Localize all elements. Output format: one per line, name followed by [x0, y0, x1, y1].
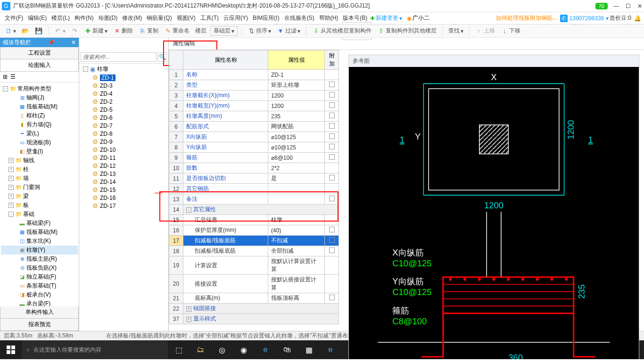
prop-row-16[interactable]: 16保护层厚度(mm)(40): [169, 225, 339, 236]
tree-sump[interactable]: ◫集水坑(K): [1, 237, 78, 246]
tree-icon[interactable]: ⊞: [3, 74, 8, 80]
tree-axis[interactable]: ⊞轴网(J): [1, 93, 78, 102]
staff-icon[interactable]: ◉广小二: [407, 14, 429, 22]
prop-row-13[interactable]: 13备注: [169, 194, 339, 205]
copy-from-button[interactable]: ⇩从其他楼层复制构件: [310, 26, 373, 36]
prop-row-2[interactable]: 2类型矩形上柱墩: [169, 80, 339, 90]
open-file-button[interactable]: 📂: [20, 26, 31, 36]
prop-row-10[interactable]: 10肢数2*2: [169, 163, 339, 173]
close-button[interactable]: ✕: [637, 3, 642, 9]
mid-item-ZD-9[interactable]: ⚙ZD-9: [80, 138, 167, 146]
tree-pilecap[interactable]: ◨桩承台(V): [1, 290, 78, 299]
mid-item-ZD-14[interactable]: ⚙ZD-14: [80, 178, 167, 186]
mid-item-ZD-3[interactable]: ⚙ZD-3: [80, 82, 167, 90]
mid-item-ZD-1[interactable]: ⚙ZD-1: [80, 74, 167, 82]
up-button[interactable]: ↑上移: [473, 26, 497, 36]
pin-icon[interactable]: 📌: [48, 39, 55, 46]
prop-row-20[interactable]: 20搭接设置按默认搭接设置计算: [169, 275, 339, 293]
floor-select[interactable]: 基础层 ▾: [210, 26, 238, 36]
tree-strip-found[interactable]: ▭条形基础(T): [1, 281, 78, 290]
find-button[interactable]: 查找 ▾: [446, 26, 465, 36]
section-draw[interactable]: 绘图输入: [0, 59, 79, 72]
new-file-button[interactable]: 🗋▾: [3, 26, 18, 36]
start-button[interactable]: [0, 340, 22, 359]
search-input[interactable]: [81, 52, 157, 62]
copy-to-button[interactable]: ⇧复制构件到其他楼层: [375, 26, 438, 36]
menu-edit[interactable]: 编辑(E): [26, 13, 49, 23]
prop-row-12[interactable]: 12其它钢筋: [169, 184, 339, 194]
tree-group-slab[interactable]: +📁板: [1, 201, 78, 210]
mid-item-ZD-13[interactable]: ⚙ZD-13: [80, 170, 167, 178]
menu-file[interactable]: 文件(F): [3, 13, 25, 23]
list-icon[interactable]: ☰: [10, 74, 16, 80]
taskbar-search[interactable]: ○在这里输入你要搜索的内容: [22, 340, 168, 359]
mid-item-ZD-17[interactable]: ⚙ZD-17: [80, 202, 167, 210]
component-tree[interactable]: -▣柱墩 ⚙ZD-1⚙ZD-3⚙ZD-4⚙ZD-2⚙ZD-5⚙ZD-6⚙ZD-7…: [79, 64, 168, 331]
prop-row-8[interactable]: 8Y向纵筋⌀10@125: [169, 142, 339, 153]
mid-item-ZD-7[interactable]: ⚙ZD-7: [80, 122, 167, 130]
tree-raft[interactable]: ▦筏板基础(M): [1, 102, 78, 111]
tree-group-col[interactable]: +📁柱: [1, 165, 78, 174]
mid-item-ZD-6[interactable]: ⚙ZD-6: [80, 114, 167, 122]
filter-button[interactable]: ▼过滤 ▾: [275, 26, 302, 36]
mid-item-ZD-10[interactable]: ⚙ZD-10: [80, 146, 167, 154]
sort-button[interactable]: ⇅排序 ▾: [246, 26, 273, 36]
mid-item-ZD-5[interactable]: ⚙ZD-5: [80, 106, 167, 114]
prop-row-5[interactable]: 5柱墩高度(mm)235: [169, 111, 339, 122]
mid-item-ZD-4[interactable]: ⚙ZD-4: [80, 90, 167, 98]
prop-row-19[interactable]: 19计算设置按默认计算设置计算: [169, 256, 339, 275]
mid-item-ZD-2[interactable]: ⚙ZD-2: [80, 98, 167, 106]
tree-group-foundation[interactable]: -📁基础: [1, 210, 78, 219]
prop-row-21[interactable]: 21底标高(m)筏板顶标高: [169, 293, 339, 304]
prop-row-9[interactable]: 9箍筋⌀8@100: [169, 153, 339, 163]
search-button[interactable]: 🔍: [157, 52, 167, 62]
undo-button[interactable]: ↶▾: [52, 26, 67, 36]
tree-group-axis[interactable]: +📁轴线: [1, 156, 78, 165]
panel-close-icon[interactable]: ✕: [71, 39, 76, 46]
prop-row-1[interactable]: 1名称ZD-1: [169, 70, 339, 80]
save-button[interactable]: 💾: [33, 26, 44, 36]
mid-root[interactable]: -▣柱墩: [80, 65, 167, 74]
mid-item-ZD-12[interactable]: ⚙ZD-12: [80, 162, 167, 170]
tree-niche[interactable]: ◧壁龛(I): [1, 147, 78, 156]
phone-display[interactable]: ✆13907298339 ▾: [560, 15, 609, 22]
prop-row-18[interactable]: 18扣减板/筏板底筋全部扣减: [169, 246, 339, 256]
new-change-button[interactable]: ✚新建变更 ▾: [370, 14, 402, 22]
rename-button[interactable]: ✎重命名: [162, 26, 191, 36]
tree-raft-main[interactable]: ⊕筏板主筋(R): [1, 255, 78, 263]
section-report[interactable]: 报表预览: [0, 319, 79, 331]
tree-group-door[interactable]: +📁门窗洞: [1, 183, 78, 192]
tree-fbeam[interactable]: ▬基础梁(F): [1, 219, 78, 228]
tree-pier[interactable]: ▣柱墩(Y): [1, 246, 78, 255]
score-badge[interactable]: 70: [595, 3, 608, 9]
menu-floor[interactable]: 楼层(L): [50, 13, 72, 23]
down-button[interactable]: ↓下移: [499, 26, 522, 36]
del-comp-button[interactable]: ✕删除: [111, 26, 135, 36]
maximize-button[interactable]: ☐: [626, 3, 631, 9]
property-table[interactable]: 属性名称属性值附加 1名称ZD-12类型矩形上柱墩3柱墩截长(X)(mm)120…: [169, 50, 339, 324]
section-single[interactable]: 单构件输入: [0, 306, 79, 319]
prop-row-7[interactable]: 7X向纵筋⌀10@125: [169, 132, 339, 142]
prop-row-15[interactable]: 15汇总信息柱墩: [169, 215, 339, 225]
bell-icon[interactable]: 🔔: [634, 15, 641, 22]
tree-shearwall[interactable]: ▮剪力墙(Q): [1, 120, 78, 129]
prop-row-6[interactable]: 6配筋形式网状配筋: [169, 122, 339, 132]
tree-capbeam[interactable]: ▬承台梁(F): [1, 299, 78, 306]
tree-slab[interactable]: ▭现浇板(B): [1, 138, 78, 147]
nav-tree[interactable]: -📁常用构件类型 ⊞轴网(J) ▦筏板基础(M) ▯框柱(Z) ▮剪力墙(Q) …: [0, 82, 79, 306]
prop-row-11[interactable]: 11是否按板边切割是: [169, 173, 339, 184]
new-comp-button[interactable]: ✚新建 ▾: [82, 26, 109, 36]
section-project[interactable]: 工程设置: [0, 47, 79, 59]
tree-iso-found[interactable]: ◪独立基础(F): [1, 272, 78, 281]
copy-comp-button[interactable]: ⎘复制: [137, 26, 160, 36]
tree-fraft[interactable]: ▦筏板基础(M): [1, 228, 78, 237]
minimize-button[interactable]: —: [613, 3, 619, 9]
tree-group-beam[interactable]: +📁梁: [1, 192, 78, 201]
tree-root[interactable]: -📁常用构件类型: [1, 84, 78, 93]
tree-group-wall[interactable]: +📁墙: [1, 174, 78, 183]
tree-raft-neg[interactable]: ⊝筏板负筋(X): [1, 263, 78, 272]
tree-beam[interactable]: ━梁(L): [1, 129, 78, 138]
prop-row-17[interactable]: 17扣减板/筏板面筋不扣减: [169, 236, 339, 246]
prop-row-4[interactable]: 4柱墩截宽(Y)(mm)1200: [169, 101, 339, 111]
mid-item-ZD-11[interactable]: ⚙ZD-11: [80, 154, 167, 162]
